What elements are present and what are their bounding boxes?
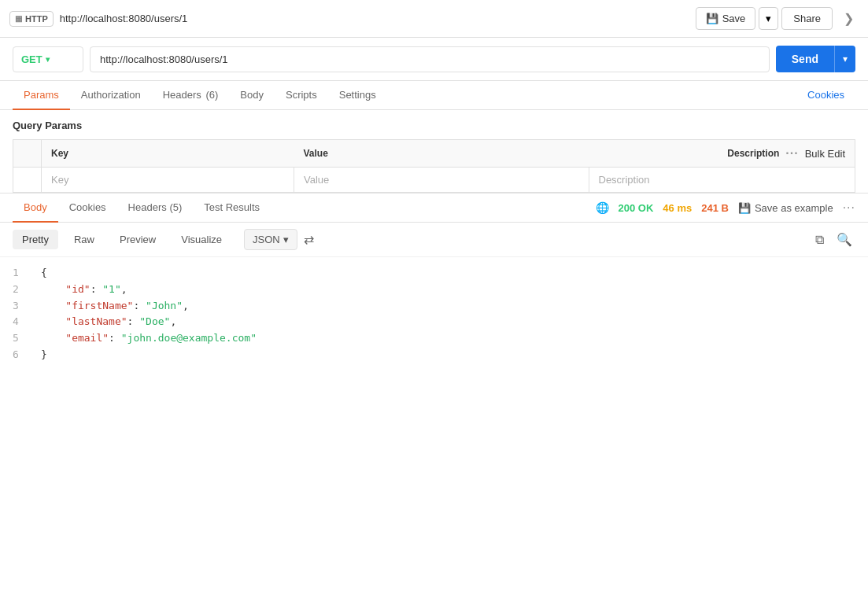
request-tabs: Params Authorization Headers (6) Body Sc… xyxy=(0,81,868,110)
code-area: 1 { 2 "id": "1", 3 "firstName": "John", … xyxy=(0,257,868,608)
tab-scripts[interactable]: Scripts xyxy=(275,81,328,110)
description-label: Description xyxy=(727,148,779,159)
response-time: 46 ms xyxy=(663,202,692,214)
section-title: Query Params xyxy=(13,120,855,131)
save-example-button[interactable]: 💾 Save as example xyxy=(738,202,833,214)
chevron-down-icon: ▾ xyxy=(843,53,848,64)
copy-icon: ⧉ xyxy=(815,233,824,246)
send-dropdown-button[interactable]: ▾ xyxy=(834,46,855,72)
top-section: GET ▾ Send ▾ Params Authorization xyxy=(0,38,868,193)
tab-cookies-link[interactable]: Cookies xyxy=(796,81,855,110)
code-line-3: 3 "firstName": "John", xyxy=(13,298,855,315)
method-selector[interactable]: GET ▾ xyxy=(13,46,83,72)
view-preview[interactable]: Preview xyxy=(110,230,165,249)
desc-col-header: Description ··· Bulk Edit xyxy=(589,140,855,168)
format-label: JSON xyxy=(253,234,280,245)
method-label: GET xyxy=(21,53,42,65)
params-section: Query Params Key Value Description ··· B… xyxy=(0,110,868,193)
http-icon: ▦ xyxy=(15,14,22,23)
format-selector[interactable]: JSON ▾ xyxy=(244,229,297,250)
save-label: Save xyxy=(722,13,746,24)
globe-icon: 🌐 xyxy=(596,201,609,214)
tab-body[interactable]: Body xyxy=(229,81,275,110)
view-raw[interactable]: Raw xyxy=(65,230,104,249)
line-number: 5 xyxy=(13,330,28,347)
save-example-icon: 💾 xyxy=(738,202,751,214)
view-visualize[interactable]: Visualize xyxy=(172,230,231,249)
row-checkbox-cell[interactable] xyxy=(13,168,42,193)
copy-button[interactable]: ⧉ xyxy=(812,229,827,250)
value-col-header: Value xyxy=(294,140,589,168)
response-toolbar: Pretty Raw Preview Visualize JSON ▾ ⇄ ⧉ xyxy=(0,223,868,257)
code-content: "firstName": "John", xyxy=(41,298,855,315)
headers-badge: (6) xyxy=(205,89,218,101)
tab-params[interactable]: Params xyxy=(13,81,70,110)
share-button[interactable]: Share xyxy=(781,7,833,30)
save-icon: 💾 xyxy=(706,13,718,24)
line-number: 4 xyxy=(13,314,28,330)
more-options-button[interactable]: ··· xyxy=(843,201,855,215)
topbar-url: http://localhost:8080/users/1 xyxy=(60,13,689,24)
line-number: 3 xyxy=(13,298,28,315)
response-tab-body[interactable]: Body xyxy=(13,193,58,223)
table-row: Key Value Description xyxy=(13,168,855,193)
code-content: "lastName": "Doe", xyxy=(41,314,855,330)
value-cell[interactable]: Value xyxy=(294,168,589,193)
code-content: { xyxy=(41,265,855,282)
desc-cell[interactable]: Description xyxy=(589,168,855,193)
code-content: "id": "1", xyxy=(41,282,855,298)
format-arrow-icon: ▾ xyxy=(283,234,289,245)
checkbox-col-header xyxy=(13,140,42,168)
toolbar-actions: ⧉ 🔍 xyxy=(812,229,855,250)
wrap-button[interactable]: ⇄ xyxy=(304,232,314,247)
response-size: 241 B xyxy=(701,202,729,214)
code-line-6: 6 } xyxy=(13,347,855,363)
bottom-section: Body Cookies Headers (5) Test Results 🌐 … xyxy=(0,193,868,608)
line-number: 1 xyxy=(13,265,28,282)
url-input[interactable] xyxy=(90,46,770,72)
response-tabs-row: Body Cookies Headers (5) Test Results 🌐 … xyxy=(0,193,868,223)
wrap-icon: ⇄ xyxy=(304,233,314,246)
save-button[interactable]: 💾 Save xyxy=(696,7,756,30)
bulk-edit-header: Description ··· Bulk Edit xyxy=(598,146,845,160)
params-table: Key Value Description ··· Bulk Edit xyxy=(13,139,855,193)
code-line-2: 2 "id": "1", xyxy=(13,282,855,298)
http-badge: ▦ HTTP xyxy=(9,11,54,27)
method-arrow-icon: ▾ xyxy=(46,55,50,64)
send-label: Send xyxy=(792,53,818,65)
share-label: Share xyxy=(793,13,821,24)
bulk-dots-icon: ··· xyxy=(785,146,798,160)
response-headers-badge: (5) xyxy=(169,201,182,213)
collapse-button[interactable]: ❯ xyxy=(839,6,859,31)
search-button[interactable]: 🔍 xyxy=(833,229,855,250)
line-number: 2 xyxy=(13,282,28,298)
top-actions: 💾 Save ▾ Share xyxy=(696,7,833,30)
top-bar: ▦ HTTP http://localhost:8080/users/1 💾 S… xyxy=(0,0,868,38)
save-example-label: Save as example xyxy=(755,202,833,214)
save-dropdown-button[interactable]: ▾ xyxy=(759,7,778,30)
tab-settings[interactable]: Settings xyxy=(328,81,387,110)
key-cell[interactable]: Key xyxy=(42,168,294,193)
send-button[interactable]: Send xyxy=(776,46,834,72)
view-pretty[interactable]: Pretty xyxy=(13,230,58,249)
search-icon: 🔍 xyxy=(837,233,852,246)
tab-authorization[interactable]: Authorization xyxy=(70,81,152,110)
main-content: GET ▾ Send ▾ Params Authorization xyxy=(0,38,868,608)
response-meta: 🌐 200 OK 46 ms 241 B 💾 Save as example ·… xyxy=(596,201,855,215)
response-tab-cookies[interactable]: Cookies xyxy=(58,193,117,223)
status-badge: 200 OK xyxy=(619,202,654,214)
http-badge-label: HTTP xyxy=(25,14,48,24)
chevron-down-icon: ▾ xyxy=(766,13,771,24)
key-col-header: Key xyxy=(42,140,294,168)
response-tab-test-results[interactable]: Test Results xyxy=(193,193,271,223)
tab-headers[interactable]: Headers (6) xyxy=(152,81,230,110)
request-area: GET ▾ Send ▾ xyxy=(0,38,868,81)
bulk-edit-button[interactable]: Bulk Edit xyxy=(805,148,845,160)
code-line-4: 4 "lastName": "Doe", xyxy=(13,314,855,330)
code-content: } xyxy=(41,347,855,363)
code-line-1: 1 { xyxy=(13,265,855,282)
response-tab-headers[interactable]: Headers (5) xyxy=(117,193,194,223)
line-number: 6 xyxy=(13,347,28,363)
code-line-5: 5 "email": "john.doe@example.com" xyxy=(13,330,855,347)
send-button-group: Send ▾ xyxy=(776,46,855,72)
